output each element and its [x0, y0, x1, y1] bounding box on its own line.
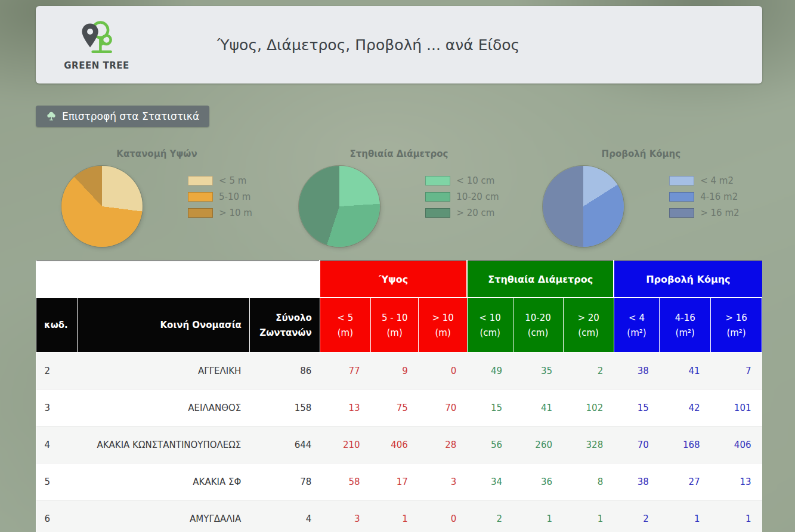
chart-title-crown: Προβολή Κόμης: [520, 149, 762, 159]
species-row: 2ΑΓΓΕΛΙΚΗ8677904935238417: [36, 352, 762, 389]
value-cell: 260: [513, 426, 563, 463]
chart-group-heights: Κατανομή Υψών < 5 m5-10 m> 10 m: [36, 149, 278, 247]
legend-swatch: [425, 192, 450, 202]
legend-diameter: < 10 cm10-20 cm> 20 cm: [425, 175, 499, 224]
column-header-9: < 4(m²): [614, 298, 660, 352]
value-cell: 1: [660, 500, 711, 532]
value-cell: 8: [563, 463, 614, 500]
value-cell: 41: [660, 352, 711, 389]
value-cell: 35: [513, 352, 563, 389]
value-cell: 9: [371, 352, 419, 389]
value-cell: 13: [711, 463, 762, 500]
value-cell: 13: [320, 389, 370, 426]
legend-item: > 20 cm: [425, 208, 499, 218]
legend-item: 4-16 m2: [669, 191, 739, 202]
group-header-height: Ύψος: [320, 261, 467, 298]
legend-item: < 5 m: [188, 175, 252, 186]
value-cell: 2: [467, 500, 513, 532]
legend-item: 10-20 cm: [425, 191, 499, 202]
column-header-3: < 5(m): [320, 298, 370, 352]
legend-swatch: [188, 176, 213, 185]
value-cell: 3: [419, 463, 468, 500]
value-cell: 7: [711, 352, 762, 389]
value-cell: 1: [563, 500, 614, 532]
table-group-header-row: Αριθμός Δένδρων με ... Ύψος Στηθιαία Διά…: [36, 261, 762, 298]
legend-swatch: [669, 192, 694, 202]
species-row: 3ΑΕΙΛΑΝΘΟΣ15813757015411021542101: [36, 389, 762, 426]
back-button-label: Επιστροφή στα Στατιστικά: [62, 110, 199, 122]
chart-title-heights: Κατανομή Υψών: [36, 149, 278, 159]
value-cell: 2: [563, 352, 614, 389]
species-name-cell: ΑΚΑΚΙΑ ΚΩΝΣΤΑΝΤΙΝΟΥΠΟΛΕΩΣ: [78, 426, 249, 463]
species-code-cell: 4: [36, 426, 78, 463]
legend-label: 5-10 m: [219, 191, 250, 202]
legend-swatch: [188, 192, 213, 202]
value-cell: 49: [467, 352, 513, 389]
value-cell: 17: [371, 463, 419, 500]
tree-icon: [46, 111, 57, 122]
legend-label: > 20 cm: [456, 208, 494, 218]
legend-swatch: [425, 208, 450, 218]
legend-heights: < 5 m5-10 m> 10 m: [188, 175, 252, 224]
species-code-cell: 2: [36, 352, 78, 389]
legend-item: > 10 m: [188, 208, 252, 218]
pie-chart-heights: [61, 166, 143, 247]
legend-swatch: [669, 208, 694, 218]
legend-label: < 4 m2: [700, 175, 734, 186]
value-cell: 15: [467, 389, 513, 426]
group-header-crown: Προβολή Κόμης: [614, 261, 762, 298]
pie-chart-crown: [543, 166, 624, 247]
legend-item: > 16 m2: [669, 208, 739, 218]
species-total-cell: 78: [249, 463, 320, 500]
value-cell: 15: [614, 389, 660, 426]
species-code-cell: 6: [36, 500, 78, 532]
species-table: Αριθμός Δένδρων με ... Ύψος Στηθιαία Διά…: [36, 260, 762, 532]
chart-title-diameter: Στηθιαία Διάμετρος: [278, 149, 520, 159]
value-cell: 0: [419, 352, 468, 389]
species-code-cell: 5: [36, 463, 78, 500]
column-header-7: 10-20(cm): [513, 298, 563, 352]
value-cell: 75: [371, 389, 419, 426]
column-header-1: Κοινή Ονομασία: [78, 298, 249, 352]
value-cell: 102: [563, 389, 614, 426]
legend-item: < 10 cm: [425, 175, 499, 186]
species-table-body: 2ΑΓΓΕΛΙΚΗ86779049352384173ΑΕΙΛΑΝΘΟΣ15813…: [36, 352, 762, 532]
header-card: GREEN TREE Ύψος, Διάμετρος, Προβολή ... …: [36, 6, 762, 83]
group-header-diameter: Στηθιαία Διάμετρος: [467, 261, 614, 298]
value-cell: 406: [371, 426, 419, 463]
value-cell: 28: [419, 426, 468, 463]
species-total-cell: 4: [249, 500, 320, 532]
value-cell: 56: [467, 426, 513, 463]
tree-pin-logo-icon: [72, 19, 121, 57]
column-header-2: ΣύνολοΖωντανών: [249, 298, 320, 352]
value-cell: 101: [711, 389, 762, 426]
value-cell: 70: [419, 389, 468, 426]
species-name-cell: ΑΜΥΓΔΑΛΙΑ: [78, 500, 249, 532]
species-name-cell: ΑΚΑΚΙΑ ΣΦ: [78, 463, 249, 500]
column-header-5: > 10(m): [419, 298, 468, 352]
legend-label: > 16 m2: [700, 208, 739, 218]
species-row: 6ΑΜΥΓΔΑΛΙΑ4310211211: [36, 500, 762, 532]
value-cell: 3: [320, 500, 370, 532]
legend-label: 4-16 m2: [700, 191, 738, 202]
column-header-11: > 16(m²): [711, 298, 762, 352]
pie-chart-diameter: [299, 166, 380, 247]
species-row: 4ΑΚΑΚΙΑ ΚΩΝΣΤΑΝΤΙΝΟΥΠΟΛΕΩΣ64421040628562…: [36, 426, 762, 463]
value-cell: 34: [467, 463, 513, 500]
page-content: GREEN TREE Ύψος, Διάμετρος, Προβολή ... …: [0, 0, 795, 532]
legend-swatch: [669, 176, 694, 185]
back-to-statistics-button[interactable]: Επιστροφή στα Στατιστικά: [36, 106, 209, 127]
species-total-cell: 644: [249, 426, 320, 463]
legend-crown: < 4 m24-16 m2> 16 m2: [669, 175, 739, 224]
value-cell: 328: [563, 426, 614, 463]
legend-swatch: [425, 176, 450, 185]
value-cell: 41: [513, 389, 563, 426]
value-cell: 27: [660, 463, 711, 500]
logo-text: GREEN TREE: [61, 60, 132, 71]
column-header-8: > 20(cm): [563, 298, 614, 352]
column-header-6: < 10(cm): [467, 298, 513, 352]
value-cell: 210: [320, 426, 370, 463]
value-cell: 36: [513, 463, 563, 500]
legend-label: < 10 cm: [456, 175, 494, 186]
value-cell: 42: [660, 389, 711, 426]
